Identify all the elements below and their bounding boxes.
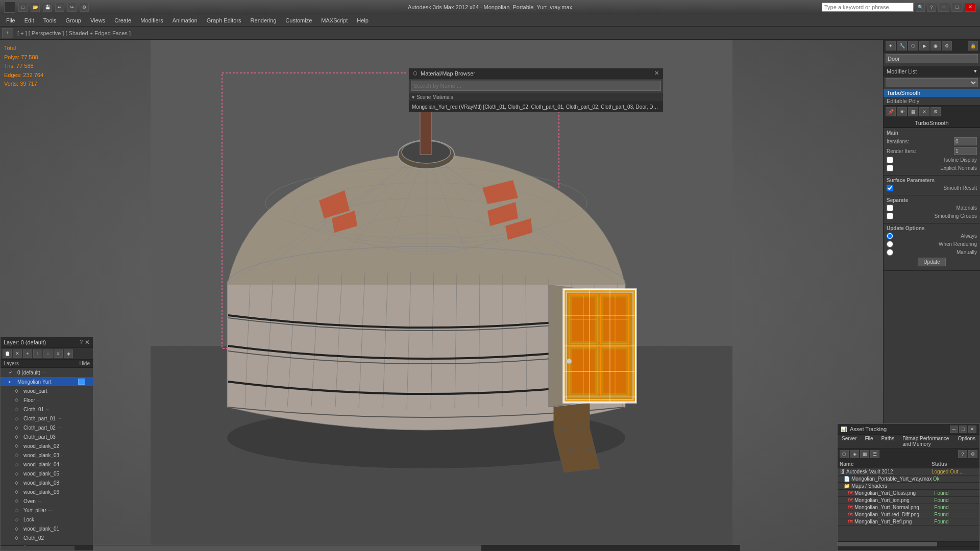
- layer-item-default[interactable]: ✓ 0 (default) ···: [1, 368, 93, 377]
- search-btn[interactable]: 🔍: [916, 3, 925, 12]
- menu-views[interactable]: Views: [86, 16, 109, 24]
- layer-item-mongolian-yurt[interactable]: ▸ Mongolian Yurt ···: [1, 377, 93, 386]
- asset-row-max-file[interactable]: 📄Mongolian_Portable_Yurt_vray.max Ok: [838, 475, 979, 483]
- layer-down-tool[interactable]: ↓: [43, 349, 53, 358]
- modifier-item-editable-poly[interactable]: Editable Poly: [884, 97, 980, 105]
- minimize-btn[interactable]: ─: [938, 3, 949, 12]
- layer-item-floor[interactable]: ◇ Floor ···: [1, 395, 93, 405]
- layer-item-lock[interactable]: ◇ Lock ···: [1, 515, 93, 524]
- rp-display-icon[interactable]: ◉: [930, 41, 941, 51]
- manually-radio[interactable]: [887, 249, 893, 256]
- layer-item-cloth01[interactable]: ◇ Cloth_01 ···: [1, 405, 93, 414]
- asset-row-gloss[interactable]: 🗺Mongolian_Yurt_Gloss.png Found: [838, 490, 979, 497]
- layer-item-cloth02[interactable]: ◇ Cloth_02 ···: [1, 533, 93, 542]
- rp-lock-icon[interactable]: 🔒: [968, 41, 978, 51]
- layer-item-wood-plank01[interactable]: ◇ wood_plank_01 ···: [1, 524, 93, 533]
- asset-menu-options[interactable]: Options: [954, 435, 979, 448]
- layer-item-cloth-part03[interactable]: ◇ Cloth_part_03 ···: [1, 432, 93, 441]
- layer-item-wood-plank02[interactable]: ◇ wood_plank_02 ···: [1, 441, 93, 450]
- layer-item-yurt-pillar[interactable]: ◇ Yurt_pillar ···: [1, 506, 93, 515]
- always-radio[interactable]: [887, 233, 893, 239]
- menu-rendering[interactable]: Rendering: [247, 16, 281, 24]
- explicit-normals-checkbox[interactable]: [887, 165, 893, 171]
- asset-row-diff[interactable]: 🗺Mongolian_Yurt-red_Diff.png Found: [838, 511, 979, 518]
- layer-move-tool[interactable]: ↑: [33, 349, 42, 358]
- asset-tool-extra[interactable]: ⚙: [968, 450, 977, 458]
- layer-item-wood-plank04[interactable]: ◇ wood_plank_04 ···: [1, 460, 93, 469]
- help-btn[interactable]: ?: [927, 3, 936, 12]
- layer-item-cloth-part01[interactable]: ◇ Cloth_part_01 ···: [1, 414, 93, 423]
- mod-delete-icon[interactable]: ✕: [919, 107, 929, 116]
- settings-btn[interactable]: ⚙: [80, 3, 89, 12]
- asset-menu-paths[interactable]: Paths: [877, 435, 899, 448]
- update-btn[interactable]: Update: [918, 258, 945, 266]
- layer-item-oven[interactable]: ◇ Oven ···: [1, 496, 93, 506]
- iterations-input[interactable]: [954, 137, 977, 145]
- new-btn[interactable]: □: [18, 3, 28, 12]
- render-iters-input[interactable]: [954, 147, 977, 155]
- asset-scrollbar-h[interactable]: [838, 541, 979, 546]
- menu-help[interactable]: Help: [353, 16, 373, 24]
- layer-item-wood-plank06[interactable]: ◇ wood_plank_06 ···: [1, 487, 93, 496]
- close-btn[interactable]: ✕: [965, 3, 976, 12]
- perspective-btn[interactable]: +: [2, 28, 13, 38]
- menu-group[interactable]: Group: [61, 16, 85, 24]
- asset-menu-bitmap[interactable]: Bitmap Performance and Memory: [898, 435, 953, 448]
- undo-btn[interactable]: ↩: [55, 3, 64, 12]
- layer-item-cloth-part02[interactable]: ◇ Cloth_part_02 ···: [1, 423, 93, 432]
- asset-row-normal[interactable]: 🗺Mongolian_Yurt_Normal.png Found: [838, 504, 979, 511]
- asset-maximize-btn[interactable]: □: [959, 425, 967, 433]
- asset-row-ion[interactable]: 🗺Mongolian_Yurt_ion.png Found: [838, 497, 979, 504]
- menu-animation[interactable]: Animation: [168, 16, 202, 24]
- asset-tool-help[interactable]: ?: [958, 450, 967, 458]
- layer-item-wood-plank03[interactable]: ◇ wood_plank_03 ···: [1, 450, 93, 460]
- mod-wire-icon[interactable]: ▦: [908, 107, 918, 116]
- smoothing-groups-checkbox[interactable]: [887, 213, 893, 219]
- mod-show-icon[interactable]: 👁: [897, 107, 907, 116]
- layer-help-btn[interactable]: ?: [80, 339, 83, 346]
- asset-minimize-btn[interactable]: ─: [950, 425, 958, 433]
- menu-customize[interactable]: Customize: [281, 16, 316, 24]
- rp-utilities-icon[interactable]: ⚙: [942, 41, 952, 51]
- material-search-input[interactable]: [411, 81, 661, 91]
- viewport[interactable]: Total Polys: 77 588 Tris: 77 588 Edges: …: [0, 40, 883, 551]
- modifier-item-turbosmooth[interactable]: TurboSmooth: [884, 89, 980, 97]
- layer-item-wood-plank05[interactable]: ◇ wood_plank_05 ···: [1, 469, 93, 478]
- rp-create-icon[interactable]: ✦: [886, 41, 896, 51]
- menu-modifiers[interactable]: Modifiers: [136, 16, 167, 24]
- search-input[interactable]: [822, 3, 914, 12]
- materials-checkbox[interactable]: [887, 205, 893, 211]
- layer-item-wood-plank08[interactable]: ◇ wood_plank_08 ···: [1, 478, 93, 487]
- layer-close-btn[interactable]: ✕: [85, 339, 90, 346]
- asset-tool-2[interactable]: ◈: [850, 450, 859, 458]
- rp-motion-icon[interactable]: ▶: [919, 41, 929, 51]
- menu-edit[interactable]: Edit: [20, 16, 38, 24]
- save-btn[interactable]: 💾: [43, 3, 52, 12]
- layer-item-wood-part[interactable]: ◇ wood_part ···: [1, 386, 93, 395]
- material-browser-close[interactable]: ✕: [654, 70, 659, 77]
- menu-create[interactable]: Create: [110, 16, 135, 24]
- isoline-checkbox[interactable]: [887, 157, 893, 163]
- when-rendering-radio[interactable]: [887, 241, 893, 247]
- mod-pin-icon[interactable]: 📌: [886, 107, 896, 116]
- asset-tool-3[interactable]: ▦: [860, 450, 869, 458]
- layer-add-tool[interactable]: +: [23, 349, 32, 358]
- smooth-result-checkbox[interactable]: [887, 185, 893, 191]
- rp-hierarchy-icon[interactable]: ⬡: [908, 41, 918, 51]
- menu-graph-editors[interactable]: Graph Editors: [203, 16, 246, 24]
- layer-scrollbar-h[interactable]: [1, 545, 93, 550]
- layer-delete-tool[interactable]: ✕: [13, 349, 22, 358]
- open-btn[interactable]: 📂: [31, 3, 40, 12]
- viewport-scrollbar-h[interactable]: [93, 545, 740, 551]
- layer-extra-tool[interactable]: ≡: [54, 349, 63, 358]
- redo-btn[interactable]: ↪: [67, 3, 77, 12]
- rp-modify-icon[interactable]: 🔧: [897, 41, 907, 51]
- asset-menu-server[interactable]: Server: [838, 435, 861, 448]
- layer-select-tool[interactable]: ◈: [64, 349, 73, 358]
- asset-row-vault[interactable]: 🗄Autodesk Vault 2012 Logged Out ...: [838, 468, 979, 475]
- asset-close-btn[interactable]: ✕: [968, 425, 976, 433]
- modifier-dropdown[interactable]: [886, 78, 978, 87]
- menu-maxscript[interactable]: MAXScript: [317, 16, 352, 24]
- asset-tool-4[interactable]: ☰: [870, 450, 879, 458]
- mod-config-icon[interactable]: ⚙: [930, 107, 941, 116]
